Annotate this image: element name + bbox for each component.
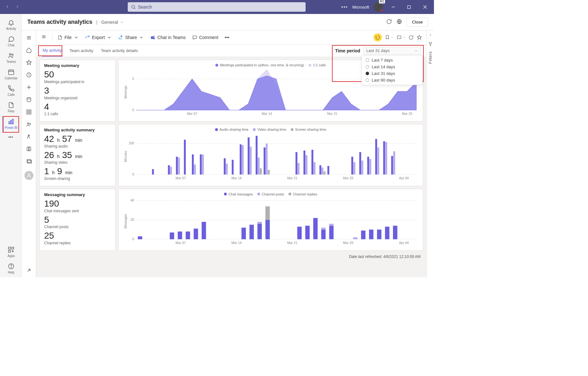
svg-rect-96 <box>369 159 371 175</box>
rail-powerbi[interactable]: Power BI <box>3 116 19 133</box>
svg-rect-126 <box>266 206 270 220</box>
svg-rect-133 <box>329 224 334 226</box>
back-button[interactable] <box>5 4 10 10</box>
pbi-shared-button[interactable] <box>26 122 32 128</box>
metric-value: 50 <box>44 70 111 80</box>
rail-help[interactable]: Help <box>3 261 19 277</box>
share-menu-button[interactable]: Share <box>116 33 146 42</box>
rail-apps[interactable]: Apps <box>3 244 19 261</box>
pbi-hamburger-button[interactable] <box>26 35 32 42</box>
tab-my-activity[interactable]: My activity <box>42 45 63 56</box>
website-button[interactable] <box>396 19 402 25</box>
pbi-popout-button[interactable] <box>26 267 32 274</box>
tab-team-activity-details[interactable]: Team activity details <box>100 45 139 56</box>
rail-chat[interactable]: Chat <box>3 34 19 50</box>
powerbi-nav-rail <box>22 30 36 277</box>
export-menu-button[interactable]: Export <box>83 33 114 42</box>
svg-rect-67 <box>202 155 204 175</box>
pbi-goals-button[interactable] <box>26 134 32 141</box>
svg-point-0 <box>132 5 135 8</box>
rail-teams[interactable]: Teams <box>3 50 19 67</box>
avatar-badge: R1 <box>379 0 385 3</box>
window-maximize-button[interactable] <box>403 5 415 9</box>
svg-text:Mar 07: Mar 07 <box>176 177 186 180</box>
pbi-recent-button[interactable] <box>26 72 32 79</box>
pbi-apps-button[interactable] <box>26 109 32 116</box>
pbi-workspaces-button[interactable] <box>26 159 32 165</box>
tab-team-activity[interactable]: Team activity <box>69 45 94 56</box>
svg-rect-70 <box>232 160 233 175</box>
svg-rect-88 <box>321 168 323 175</box>
svg-rect-116 <box>170 232 174 239</box>
bookmark-button[interactable] <box>385 35 394 40</box>
pbi-learn-button[interactable] <box>26 146 32 153</box>
svg-rect-117 <box>178 231 182 239</box>
search-placeholder: Search <box>138 4 152 10</box>
svg-rect-134 <box>353 237 358 239</box>
profile-avatar[interactable]: R1 <box>374 2 383 12</box>
option-last-14[interactable]: Last 14 days <box>362 63 422 70</box>
view-button[interactable] <box>397 35 405 40</box>
rail-files[interactable]: Files <box>3 100 19 116</box>
svg-rect-41 <box>151 36 153 39</box>
svg-rect-102 <box>393 151 395 175</box>
refresh-visual-button[interactable] <box>409 35 414 40</box>
svg-rect-83 <box>303 151 305 175</box>
pbi-datasets-button[interactable] <box>26 97 32 103</box>
pbi-create-button[interactable] <box>26 84 32 91</box>
search-box[interactable]: Search <box>128 2 306 12</box>
forward-button[interactable] <box>15 4 20 10</box>
channel-picker[interactable]: General <box>101 19 124 25</box>
messages-chart: Chat messages Channel posts Channel repl… <box>118 189 423 251</box>
rail-calendar[interactable]: Calendar <box>3 67 19 83</box>
metric-value: 25 <box>44 231 111 241</box>
option-last-7[interactable]: Last 7 days <box>362 57 422 63</box>
comment-button[interactable]: Comment <box>190 33 221 42</box>
close-tab-button[interactable]: Close <box>407 17 428 27</box>
report-toolbar: File Export Share Chat in Teams Comment … <box>36 30 426 44</box>
svg-rect-91 <box>351 157 353 175</box>
svg-text:Mar 07: Mar 07 <box>176 241 186 245</box>
svg-point-19 <box>11 267 11 268</box>
svg-rect-3 <box>408 5 410 8</box>
svg-text:Mar 14: Mar 14 <box>231 241 241 245</box>
svg-rect-76 <box>258 158 260 175</box>
metric-label: Sharing video <box>44 160 111 165</box>
svg-rect-85 <box>311 150 313 175</box>
svg-rect-130 <box>321 229 326 239</box>
svg-rect-89 <box>324 172 326 175</box>
filters-pane[interactable]: Filters <box>426 30 434 277</box>
chat-icon <box>8 36 15 43</box>
window-close-button[interactable] <box>419 5 431 9</box>
favorite-button[interactable] <box>417 35 422 40</box>
svg-rect-121 <box>241 228 246 239</box>
window-minimize-button[interactable] <box>388 5 399 9</box>
rail-label: Apps <box>8 254 15 258</box>
toolbar-hamburger-button[interactable] <box>38 34 50 40</box>
svg-text:0: 0 <box>132 108 134 112</box>
reset-button[interactable] <box>374 33 382 42</box>
svg-rect-131 <box>321 228 326 229</box>
time-period-dropdown[interactable]: Last 31 days <box>363 47 421 55</box>
toolbar-more-button[interactable]: ••• <box>222 33 232 42</box>
option-last-31[interactable]: Last 31 days <box>362 70 422 77</box>
rail-activity[interactable]: Activity <box>3 17 19 34</box>
option-last-90[interactable]: Last 90 days <box>362 77 422 83</box>
file-menu-button[interactable]: File <box>55 33 81 42</box>
svg-rect-93 <box>359 152 361 175</box>
rail-label: Files <box>8 109 14 113</box>
settings-more-button[interactable]: ••• <box>341 4 348 10</box>
pbi-workspace-avatar[interactable] <box>24 171 33 180</box>
minutes-chart: Audio sharing time Video sharing time Sc… <box>118 124 423 186</box>
svg-text:5: 5 <box>132 77 134 81</box>
metric-value: 4 <box>44 102 111 112</box>
legend-label: 1:1 calls <box>313 63 326 67</box>
svg-rect-124 <box>257 222 262 224</box>
rail-calls[interactable]: Calls <box>3 83 19 100</box>
chat-in-teams-button[interactable]: Chat in Teams <box>148 33 188 42</box>
rail-more-button[interactable]: ••• <box>8 135 13 140</box>
filters-label: Filters <box>428 51 433 64</box>
pbi-favorites-button[interactable] <box>26 60 32 66</box>
refresh-button[interactable] <box>386 19 392 25</box>
pbi-home-button[interactable] <box>26 47 32 54</box>
